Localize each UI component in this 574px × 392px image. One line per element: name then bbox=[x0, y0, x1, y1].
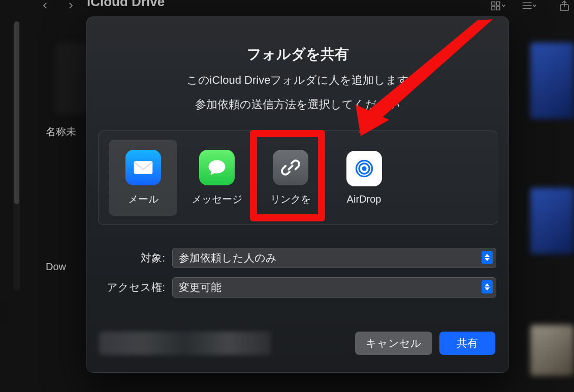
mail-icon bbox=[125, 150, 161, 185]
group-icon[interactable] bbox=[521, 0, 536, 14]
redacted-info bbox=[99, 332, 271, 355]
share-button[interactable]: 共有 bbox=[439, 332, 495, 355]
folder-label: Dow bbox=[46, 261, 66, 273]
svg-marker-14 bbox=[485, 258, 490, 261]
cancel-button[interactable]: キャンセル bbox=[355, 332, 432, 355]
svg-point-10 bbox=[362, 166, 366, 171]
select-stepper-icon bbox=[482, 280, 493, 293]
message-icon bbox=[199, 150, 235, 185]
svg-marker-13 bbox=[485, 254, 490, 257]
svg-marker-15 bbox=[485, 283, 490, 286]
view-mode-icon-grid[interactable] bbox=[491, 0, 506, 14]
airdrop-icon bbox=[346, 151, 382, 186]
svg-rect-2 bbox=[492, 7, 495, 10]
permission-select[interactable]: 変更可能 bbox=[172, 277, 496, 298]
permission-value: 変更可能 bbox=[179, 280, 221, 295]
audience-label: 対象: bbox=[99, 251, 165, 265]
file-thumb bbox=[530, 325, 574, 376]
share-option-airdrop[interactable]: AirDrop bbox=[330, 140, 398, 216]
dialog-instruction: 参加依頼の送信方法を選択してください bbox=[87, 97, 508, 112]
audience-select[interactable]: 参加依頼した人のみ bbox=[172, 248, 496, 268]
file-thumb bbox=[530, 188, 574, 254]
share-option-message[interactable]: メッセージ bbox=[182, 140, 251, 216]
sidebar-scrollbar[interactable] bbox=[13, 21, 20, 290]
permission-row: アクセス権: 変更可能 bbox=[99, 277, 496, 298]
share-option-mail[interactable]: メール bbox=[109, 140, 177, 216]
svg-marker-16 bbox=[485, 287, 490, 290]
location-title: iCloud Drive bbox=[87, 0, 165, 10]
svg-rect-0 bbox=[492, 2, 495, 6]
folder-label: 名称未 bbox=[46, 125, 76, 139]
audience-row: 対象: 参加依頼した人のみ bbox=[99, 248, 496, 268]
dialog-title: フォルダを共有 bbox=[87, 45, 508, 64]
svg-rect-3 bbox=[496, 7, 500, 10]
dialog-subtitle: このiCloud Driveフォルダに人を追加します bbox=[87, 73, 508, 88]
share-option-label: メッセージ bbox=[192, 192, 242, 206]
sidebar-item-stub bbox=[0, 300, 7, 325]
svg-rect-1 bbox=[496, 2, 500, 6]
share-toolbar-icon[interactable] bbox=[557, 0, 572, 14]
select-stepper-icon bbox=[482, 251, 493, 264]
share-option-label: AirDrop bbox=[347, 193, 381, 205]
audience-value: 参加依頼した人のみ bbox=[179, 251, 277, 265]
file-thumb bbox=[530, 43, 574, 119]
permission-label: アクセス権: bbox=[99, 280, 165, 295]
share-option-label: メール bbox=[128, 192, 158, 206]
forward-button[interactable] bbox=[63, 0, 78, 11]
svg-rect-9 bbox=[134, 161, 152, 174]
back-button[interactable] bbox=[38, 0, 52, 11]
finder-toolbar: iCloud Drive bbox=[38, 0, 574, 12]
scrollbar-thumb[interactable] bbox=[14, 21, 19, 204]
annotation-highlight-box bbox=[250, 130, 325, 221]
